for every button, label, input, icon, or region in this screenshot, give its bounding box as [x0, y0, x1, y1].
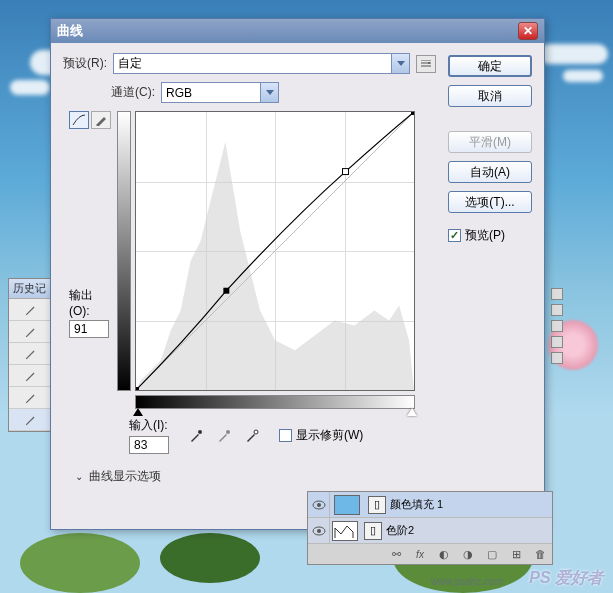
display-options-label: 曲线显示选项	[89, 468, 161, 485]
group-icon[interactable]: ▢	[484, 547, 500, 561]
close-icon: ✕	[523, 24, 533, 38]
curve-pencil-tool[interactable]	[91, 111, 111, 129]
dropdown-arrow-icon	[391, 54, 409, 73]
channel-select[interactable]: RGB	[161, 82, 279, 103]
visibility-toggle[interactable]	[308, 518, 330, 543]
curve-icon	[72, 114, 86, 126]
history-item[interactable]	[9, 321, 52, 343]
svg-point-7	[226, 430, 230, 434]
input-label: 输入(I):	[129, 417, 169, 434]
history-item[interactable]	[9, 365, 52, 387]
options-button[interactable]: 选项(T)...	[448, 191, 532, 213]
svg-point-0	[428, 62, 430, 64]
layers-footer: ⚯ fx ◐ ◑ ▢ ⊞ 🗑	[308, 544, 552, 564]
eyedropper-black[interactable]	[185, 426, 207, 446]
brush-icon	[24, 391, 38, 405]
watermark-url: www.psahz.com	[431, 576, 503, 587]
white-point-slider[interactable]	[407, 408, 417, 416]
history-panel: 历史记	[8, 278, 53, 432]
curve-point-tool[interactable]	[69, 111, 89, 129]
brush-icon	[24, 303, 38, 317]
curves-dialog: 曲线 ✕ 预设(R): 自定 通道(C): RG	[50, 18, 545, 530]
titlebar[interactable]: 曲线 ✕	[51, 19, 544, 43]
eyedropper-icon	[245, 429, 259, 443]
svg-rect-5	[411, 112, 414, 115]
preview-label: 预览(P)	[465, 227, 505, 244]
output-gradient	[117, 111, 131, 391]
preset-label: 预设(R):	[63, 55, 107, 72]
mask-thumb: ▯	[364, 522, 382, 540]
cancel-button[interactable]: 取消	[448, 85, 532, 107]
ok-button[interactable]: 确定	[448, 55, 532, 77]
show-clipping-checkbox[interactable]	[279, 429, 292, 442]
eye-icon	[312, 500, 326, 510]
smooth-button: 平滑(M)	[448, 131, 532, 153]
tool-item[interactable]	[551, 352, 563, 364]
history-item[interactable]	[9, 409, 52, 431]
history-item[interactable]	[9, 299, 52, 321]
menu-icon	[421, 60, 431, 68]
layer-name: 颜色填充 1	[390, 497, 443, 512]
channel-value: RGB	[166, 86, 192, 100]
channel-label: 通道(C):	[111, 84, 155, 101]
layer-row[interactable]: ▯ 颜色填充 1	[308, 492, 552, 518]
svg-point-12	[317, 529, 321, 533]
svg-rect-4	[343, 169, 349, 175]
brush-icon	[24, 413, 38, 427]
display-options-disclosure[interactable]: ⌄ 曲线显示选项	[75, 468, 436, 485]
svg-rect-2	[136, 387, 139, 390]
brush-icon	[24, 347, 38, 361]
right-toolbar	[551, 288, 565, 364]
output-input[interactable]	[69, 320, 109, 338]
layer-thumb	[334, 495, 360, 515]
eye-icon	[312, 526, 326, 536]
history-item[interactable]	[9, 343, 52, 365]
history-title: 历史记	[9, 279, 52, 299]
preset-select[interactable]: 自定	[113, 53, 410, 74]
preview-checkbox[interactable]	[448, 229, 461, 242]
pencil-icon	[95, 114, 107, 126]
visibility-toggle[interactable]	[308, 492, 330, 517]
close-button[interactable]: ✕	[518, 22, 538, 40]
dialog-title: 曲线	[57, 22, 518, 40]
tool-item[interactable]	[551, 288, 563, 300]
layer-name: 色阶2	[386, 523, 414, 538]
brush-icon	[24, 325, 38, 339]
link-icon[interactable]: ⚯	[388, 547, 404, 561]
preset-menu-button[interactable]	[416, 55, 436, 73]
layer-row[interactable]: ▯ 色阶2	[308, 518, 552, 544]
curve-graph[interactable]	[135, 111, 415, 391]
curve-line	[136, 112, 414, 390]
input-input[interactable]	[129, 436, 169, 454]
watermark-text: PS 爱好者	[529, 568, 603, 589]
input-gradient[interactable]	[135, 395, 415, 409]
layers-panel: ▯ 颜色填充 1 ▯ 色阶2 ⚯ fx ◐ ◑ ▢ ⊞ 🗑	[307, 491, 553, 565]
new-layer-icon[interactable]: ⊞	[508, 547, 524, 561]
svg-point-10	[317, 503, 321, 507]
output-label: 输出(O):	[69, 287, 111, 318]
chevron-down-icon: ⌄	[75, 471, 83, 482]
eyedropper-icon	[217, 429, 231, 443]
preset-value: 自定	[118, 55, 142, 72]
svg-line-1	[136, 112, 414, 390]
history-item[interactable]	[9, 387, 52, 409]
eyedropper-gray[interactable]	[213, 426, 235, 446]
fx-icon[interactable]: fx	[412, 547, 428, 561]
mask-thumb: ▯	[368, 496, 386, 514]
tool-item[interactable]	[551, 304, 563, 316]
svg-rect-3	[223, 288, 229, 294]
show-clipping-label: 显示修剪(W)	[296, 427, 363, 444]
auto-button[interactable]: 自动(A)	[448, 161, 532, 183]
tool-item[interactable]	[551, 336, 563, 348]
adjustment-icon[interactable]: ◑	[460, 547, 476, 561]
eyedropper-icon	[189, 429, 203, 443]
black-point-slider[interactable]	[133, 408, 143, 416]
dropdown-arrow-icon	[260, 83, 278, 102]
svg-point-6	[198, 430, 202, 434]
layer-thumb	[332, 521, 358, 541]
tool-item[interactable]	[551, 320, 563, 332]
brush-icon	[24, 369, 38, 383]
eyedropper-white[interactable]	[241, 426, 263, 446]
mask-icon[interactable]: ◐	[436, 547, 452, 561]
trash-icon[interactable]: 🗑	[532, 547, 548, 561]
